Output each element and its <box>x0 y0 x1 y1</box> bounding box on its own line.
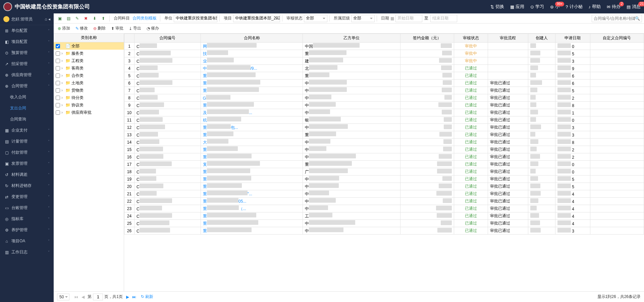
study-button[interactable]: ⊙ 学习 <box>530 4 544 10</box>
header-nav: ⇅ 切换 ▦ 应用 ⊙ 学习 ⊜ 小99+ ? 计小秘 ♪ 帮助 ✉ 待办2 ▤… <box>490 4 641 10</box>
switch-label: 切换 <box>495 4 504 10</box>
xiao-button[interactable]: ⊜ 小99+ <box>550 4 559 10</box>
company-name: 中国铁建昆仑投资集团有限公司 <box>15 3 490 10</box>
apps-button[interactable]: ▦ 应用 <box>510 4 524 10</box>
switch-button[interactable]: ⇅ 切换 <box>490 4 504 10</box>
todo-button[interactable]: ✉ 待办2 <box>607 4 621 10</box>
message-button[interactable]: ▤ 消息21 <box>627 4 641 10</box>
todo-badge: 2 <box>619 2 624 6</box>
help-button[interactable]: ♪ 帮助 <box>589 4 601 10</box>
apps-label: 应用 <box>516 4 524 10</box>
xiao-badge: 99+ <box>555 2 564 6</box>
top-header: 中国铁建昆仑投资集团有限公司 ⇅ 切换 ▦ 应用 ⊙ 学习 ⊜ 小99+ ? 计… <box>0 0 644 13</box>
help-label: 帮助 <box>592 4 601 10</box>
bot-label: 计小秘 <box>570 4 583 10</box>
bot-button[interactable]: ? 计小秘 <box>566 4 582 10</box>
logo-icon <box>3 2 12 11</box>
study-label: 学习 <box>535 4 544 10</box>
message-badge: 21 <box>638 2 644 6</box>
